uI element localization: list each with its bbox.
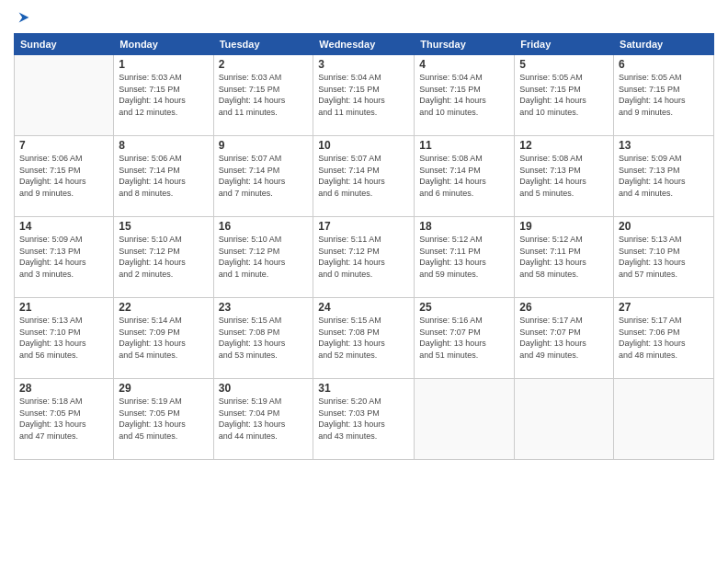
day-info: Sunrise: 5:13 AM Sunset: 7:10 PM Dayligh… — [619, 234, 709, 280]
day-info: Sunrise: 5:08 AM Sunset: 7:14 PM Dayligh… — [419, 153, 509, 199]
day-number: 10 — [318, 139, 409, 152]
day-info: Sunrise: 5:20 AM Sunset: 7:03 PM Dayligh… — [318, 396, 409, 442]
day-number: 15 — [119, 220, 208, 233]
calendar-day-cell — [515, 379, 614, 460]
weekday-header: Monday — [114, 34, 213, 55]
calendar-day-cell: 1Sunrise: 5:03 AM Sunset: 7:15 PM Daylig… — [114, 55, 213, 136]
day-number: 5 — [519, 58, 609, 71]
calendar-day-cell: 2Sunrise: 5:03 AM Sunset: 7:15 PM Daylig… — [213, 55, 313, 136]
calendar-day-cell: 26Sunrise: 5:17 AM Sunset: 7:07 PM Dayli… — [515, 298, 614, 379]
day-info: Sunrise: 5:08 AM Sunset: 7:13 PM Dayligh… — [519, 153, 609, 199]
calendar-day-cell: 13Sunrise: 5:09 AM Sunset: 7:13 PM Dayli… — [614, 136, 714, 217]
calendar-day-cell: 23Sunrise: 5:15 AM Sunset: 7:08 PM Dayli… — [213, 298, 313, 379]
calendar-day-cell: 25Sunrise: 5:16 AM Sunset: 7:07 PM Dayli… — [415, 298, 515, 379]
day-number: 18 — [419, 220, 509, 233]
day-number: 20 — [619, 220, 709, 233]
day-number: 16 — [219, 220, 309, 233]
day-info: Sunrise: 5:03 AM Sunset: 7:15 PM Dayligh… — [119, 72, 208, 118]
calendar-day-cell: 21Sunrise: 5:13 AM Sunset: 7:10 PM Dayli… — [15, 298, 114, 379]
calendar-header-row: SundayMondayTuesdayWednesdayThursdayFrid… — [15, 34, 714, 55]
calendar: SundayMondayTuesdayWednesdayThursdayFrid… — [14, 33, 714, 460]
calendar-day-cell: 14Sunrise: 5:09 AM Sunset: 7:13 PM Dayli… — [15, 217, 114, 298]
calendar-day-cell: 31Sunrise: 5:20 AM Sunset: 7:03 PM Dayli… — [313, 379, 415, 460]
calendar-day-cell: 16Sunrise: 5:10 AM Sunset: 7:12 PM Dayli… — [213, 217, 313, 298]
day-number: 12 — [519, 139, 609, 152]
day-number: 9 — [219, 139, 309, 152]
calendar-week-row: 21Sunrise: 5:13 AM Sunset: 7:10 PM Dayli… — [15, 298, 714, 379]
day-number: 24 — [318, 301, 409, 314]
day-number: 28 — [19, 382, 108, 395]
day-info: Sunrise: 5:18 AM Sunset: 7:05 PM Dayligh… — [19, 396, 108, 442]
day-info: Sunrise: 5:16 AM Sunset: 7:07 PM Dayligh… — [419, 315, 509, 361]
weekday-header: Thursday — [415, 34, 515, 55]
calendar-day-cell: 4Sunrise: 5:04 AM Sunset: 7:15 PM Daylig… — [415, 55, 515, 136]
day-info: Sunrise: 5:17 AM Sunset: 7:07 PM Dayligh… — [519, 315, 609, 361]
day-number: 21 — [19, 301, 108, 314]
day-info: Sunrise: 5:05 AM Sunset: 7:15 PM Dayligh… — [619, 72, 709, 118]
calendar-day-cell: 17Sunrise: 5:11 AM Sunset: 7:12 PM Dayli… — [313, 217, 415, 298]
day-info: Sunrise: 5:12 AM Sunset: 7:11 PM Dayligh… — [519, 234, 609, 280]
day-info: Sunrise: 5:09 AM Sunset: 7:13 PM Dayligh… — [619, 153, 709, 199]
day-number: 1 — [119, 58, 208, 71]
day-number: 30 — [219, 382, 309, 395]
day-number: 11 — [419, 139, 509, 152]
logo — [14, 9, 32, 26]
header — [14, 9, 714, 26]
calendar-week-row: 14Sunrise: 5:09 AM Sunset: 7:13 PM Dayli… — [15, 217, 714, 298]
calendar-day-cell — [15, 55, 114, 136]
day-number: 26 — [519, 301, 609, 314]
calendar-day-cell: 22Sunrise: 5:14 AM Sunset: 7:09 PM Dayli… — [114, 298, 213, 379]
day-number: 3 — [318, 58, 409, 71]
day-info: Sunrise: 5:04 AM Sunset: 7:15 PM Dayligh… — [318, 72, 409, 118]
day-number: 14 — [19, 220, 108, 233]
weekday-header: Sunday — [15, 34, 114, 55]
day-number: 4 — [419, 58, 509, 71]
calendar-day-cell: 3Sunrise: 5:04 AM Sunset: 7:15 PM Daylig… — [313, 55, 415, 136]
day-info: Sunrise: 5:14 AM Sunset: 7:09 PM Dayligh… — [119, 315, 208, 361]
calendar-day-cell: 12Sunrise: 5:08 AM Sunset: 7:13 PM Dayli… — [515, 136, 614, 217]
day-info: Sunrise: 5:15 AM Sunset: 7:08 PM Dayligh… — [219, 315, 309, 361]
day-info: Sunrise: 5:09 AM Sunset: 7:13 PM Dayligh… — [19, 234, 108, 280]
weekday-header: Friday — [515, 34, 614, 55]
calendar-day-cell: 19Sunrise: 5:12 AM Sunset: 7:11 PM Dayli… — [515, 217, 614, 298]
calendar-day-cell: 8Sunrise: 5:06 AM Sunset: 7:14 PM Daylig… — [114, 136, 213, 217]
day-info: Sunrise: 5:07 AM Sunset: 7:14 PM Dayligh… — [219, 153, 309, 199]
day-number: 31 — [318, 382, 409, 395]
svg-marker-0 — [19, 13, 29, 23]
day-number: 19 — [519, 220, 609, 233]
day-number: 25 — [419, 301, 509, 314]
day-info: Sunrise: 5:19 AM Sunset: 7:04 PM Dayligh… — [219, 396, 309, 442]
calendar-week-row: 28Sunrise: 5:18 AM Sunset: 7:05 PM Dayli… — [15, 379, 714, 460]
day-number: 29 — [119, 382, 208, 395]
calendar-day-cell: 9Sunrise: 5:07 AM Sunset: 7:14 PM Daylig… — [213, 136, 313, 217]
day-info: Sunrise: 5:05 AM Sunset: 7:15 PM Dayligh… — [519, 72, 609, 118]
calendar-day-cell: 7Sunrise: 5:06 AM Sunset: 7:15 PM Daylig… — [15, 136, 114, 217]
day-number: 7 — [19, 139, 108, 152]
calendar-day-cell: 15Sunrise: 5:10 AM Sunset: 7:12 PM Dayli… — [114, 217, 213, 298]
day-number: 22 — [119, 301, 208, 314]
calendar-day-cell: 27Sunrise: 5:17 AM Sunset: 7:06 PM Dayli… — [614, 298, 714, 379]
calendar-day-cell: 6Sunrise: 5:05 AM Sunset: 7:15 PM Daylig… — [614, 55, 714, 136]
day-info: Sunrise: 5:19 AM Sunset: 7:05 PM Dayligh… — [119, 396, 208, 442]
calendar-day-cell: 11Sunrise: 5:08 AM Sunset: 7:14 PM Dayli… — [415, 136, 515, 217]
page: SundayMondayTuesdayWednesdayThursdayFrid… — [0, 0, 728, 563]
calendar-day-cell: 28Sunrise: 5:18 AM Sunset: 7:05 PM Dayli… — [15, 379, 114, 460]
day-info: Sunrise: 5:03 AM Sunset: 7:15 PM Dayligh… — [219, 72, 309, 118]
calendar-day-cell: 29Sunrise: 5:19 AM Sunset: 7:05 PM Dayli… — [114, 379, 213, 460]
day-info: Sunrise: 5:10 AM Sunset: 7:12 PM Dayligh… — [219, 234, 309, 280]
day-info: Sunrise: 5:13 AM Sunset: 7:10 PM Dayligh… — [19, 315, 108, 361]
calendar-day-cell — [415, 379, 515, 460]
day-number: 6 — [619, 58, 709, 71]
day-info: Sunrise: 5:07 AM Sunset: 7:14 PM Dayligh… — [318, 153, 409, 199]
day-number: 17 — [318, 220, 409, 233]
day-info: Sunrise: 5:04 AM Sunset: 7:15 PM Dayligh… — [419, 72, 509, 118]
day-number: 27 — [619, 301, 709, 314]
day-info: Sunrise: 5:10 AM Sunset: 7:12 PM Dayligh… — [119, 234, 208, 280]
logo-arrow-icon — [16, 9, 32, 26]
day-number: 13 — [619, 139, 709, 152]
calendar-week-row: 7Sunrise: 5:06 AM Sunset: 7:15 PM Daylig… — [15, 136, 714, 217]
day-info: Sunrise: 5:12 AM Sunset: 7:11 PM Dayligh… — [419, 234, 509, 280]
day-info: Sunrise: 5:11 AM Sunset: 7:12 PM Dayligh… — [318, 234, 409, 280]
day-info: Sunrise: 5:15 AM Sunset: 7:08 PM Dayligh… — [318, 315, 409, 361]
day-info: Sunrise: 5:06 AM Sunset: 7:14 PM Dayligh… — [119, 153, 208, 199]
